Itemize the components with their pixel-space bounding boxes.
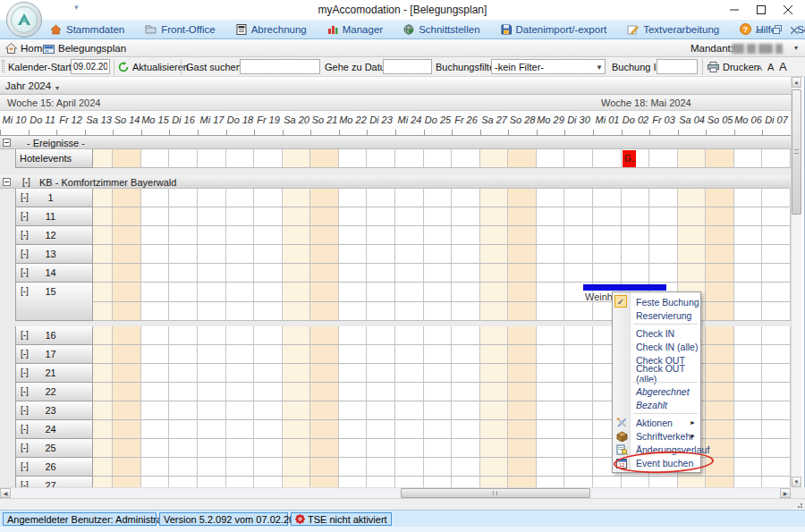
- grid-cell[interactable]: [649, 149, 678, 168]
- grid-cell[interactable]: [734, 383, 762, 401]
- grid-cell[interactable]: [480, 149, 508, 168]
- context-menu-item-bezahlt[interactable]: Bezahlt: [613, 398, 700, 411]
- grid-cell[interactable]: [508, 364, 537, 383]
- grid-cell[interactable]: [198, 264, 226, 283]
- grid-cell[interactable]: [734, 439, 762, 458]
- grid-cell[interactable]: [424, 264, 452, 283]
- grid-cell[interactable]: [339, 420, 367, 439]
- mandant-dropdown-icon[interactable]: ▾: [794, 44, 798, 52]
- grid-cell[interactable]: [480, 477, 508, 487]
- grid-cell[interactable]: [424, 245, 452, 264]
- grid-cell[interactable]: [564, 420, 593, 439]
- grid-cell[interactable]: [141, 149, 169, 168]
- grid-cell[interactable]: [452, 420, 480, 439]
- grid-cell[interactable]: [508, 149, 537, 168]
- grid-cell[interactable]: [113, 264, 141, 283]
- grid-cell[interactable]: [508, 226, 537, 245]
- grid-cell[interactable]: [734, 189, 762, 207]
- grid-cell[interactable]: [706, 149, 734, 168]
- grid-cell[interactable]: [480, 245, 508, 264]
- grid-cell[interactable]: [141, 364, 169, 383]
- grid-cell[interactable]: [339, 345, 367, 364]
- grid-cell[interactable]: [480, 326, 508, 345]
- grid-cell[interactable]: [283, 245, 310, 264]
- grid-cell[interactable]: [537, 401, 564, 420]
- booking-guest-label[interactable]: Weinh: [585, 291, 613, 302]
- grid-cell[interactable]: [452, 401, 480, 420]
- room-label-cell[interactable]: [-]16: [15, 326, 93, 345]
- grid-cell[interactable]: [537, 326, 564, 345]
- buchung-id-input[interactable]: [657, 59, 698, 74]
- grid-cell[interactable]: [762, 477, 791, 487]
- grid-cell[interactable]: [395, 302, 424, 321]
- grid-cell[interactable]: [169, 364, 198, 383]
- font-size-medium-button[interactable]: A: [767, 62, 774, 72]
- grid-cell[interactable]: [283, 364, 310, 383]
- font-size-small-button[interactable]: A: [757, 63, 762, 72]
- grid-cell[interactable]: [367, 302, 395, 321]
- grid-cell[interactable]: [198, 149, 226, 168]
- scroll-down-icon[interactable]: ▼: [792, 477, 801, 487]
- resize-grip-icon[interactable]: [794, 502, 802, 509]
- grid-cell[interactable]: [508, 401, 537, 420]
- grid-cell[interactable]: [593, 264, 622, 283]
- room-label-cell[interactable]: Hotelevents: [15, 149, 93, 168]
- grid-cell[interactable]: [762, 226, 791, 245]
- grid-cell[interactable]: [141, 226, 169, 245]
- grid-cell[interactable]: [141, 477, 169, 487]
- grid-cell[interactable]: [734, 207, 762, 226]
- room-label-cell[interactable]: [-]11: [15, 207, 93, 226]
- grid-cell[interactable]: [310, 420, 339, 439]
- grid-cell[interactable]: [169, 439, 198, 458]
- grid-cell[interactable]: [395, 383, 424, 401]
- grid-cell[interactable]: [395, 264, 424, 283]
- grid-cell[interactable]: [452, 477, 480, 487]
- grid-cell[interactable]: [283, 345, 310, 364]
- grid-cell[interactable]: [706, 189, 734, 207]
- grid-cell[interactable]: [706, 245, 734, 264]
- maximize-button[interactable]: [748, 0, 775, 20]
- room-label-cell[interactable]: [-]1: [15, 189, 93, 207]
- grid-cell[interactable]: [113, 245, 141, 264]
- grid-cell[interactable]: [254, 189, 283, 207]
- grid-cell[interactable]: [452, 364, 480, 383]
- grid-cell[interactable]: [762, 439, 791, 458]
- menu-textverarbeitung[interactable]: Textverarbeitung: [627, 24, 719, 35]
- grid-cell[interactable]: [424, 149, 452, 168]
- grid-cell[interactable]: [310, 207, 339, 226]
- grid-cell[interactable]: [734, 420, 762, 439]
- grid-cell[interactable]: [593, 226, 622, 245]
- grid-cell[interactable]: [339, 264, 367, 283]
- grid-cell[interactable]: [367, 345, 395, 364]
- grid-cell[interactable]: [339, 326, 367, 345]
- grid-cell[interactable]: [226, 326, 254, 345]
- grid-cell[interactable]: [283, 149, 310, 168]
- grid-cell[interactable]: [310, 477, 339, 487]
- grid-cell[interactable]: [310, 149, 339, 168]
- vertical-scrollbar[interactable]: ▲ ▼: [791, 77, 801, 487]
- scroll-up-icon[interactable]: ▲: [792, 77, 801, 88]
- grid-cell[interactable]: [762, 283, 791, 302]
- grid-cell[interactable]: [283, 226, 310, 245]
- grid-cell[interactable]: [169, 264, 198, 283]
- grid-cell[interactable]: [169, 189, 198, 207]
- grid-cell[interactable]: [649, 189, 678, 207]
- grid-cell[interactable]: [734, 283, 762, 302]
- grid-cell[interactable]: [452, 326, 480, 345]
- drucken-button[interactable]: Drucken: [708, 59, 759, 75]
- grid-cell[interactable]: [480, 226, 508, 245]
- grid-cell[interactable]: [452, 189, 480, 207]
- grid-cell[interactable]: [226, 264, 254, 283]
- grid-cell[interactable]: [480, 345, 508, 364]
- gehe-zu-datum-input[interactable]: [383, 59, 432, 74]
- grid-cell[interactable]: [622, 226, 649, 245]
- grid-cell[interactable]: [141, 420, 169, 439]
- grid-cell[interactable]: [113, 364, 141, 383]
- grid-cell[interactable]: [508, 302, 537, 321]
- grid-cell[interactable]: [706, 264, 734, 283]
- grid-cell[interactable]: [169, 458, 198, 477]
- grid-cell[interactable]: [254, 383, 283, 401]
- grid-cell[interactable]: [564, 458, 593, 477]
- grid-cell[interactable]: [593, 189, 622, 207]
- grid-cell[interactable]: [706, 401, 734, 420]
